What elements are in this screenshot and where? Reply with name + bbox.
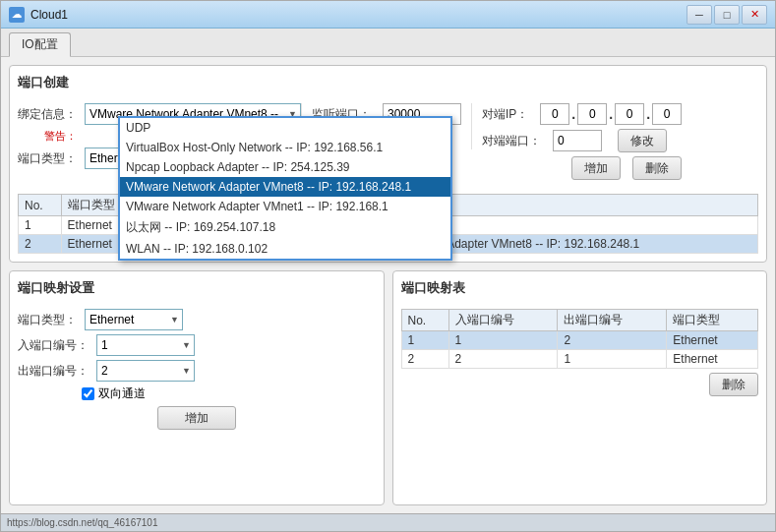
port-table: No. 端口类型 端口号 以太网 公开 绑定信息 1 Ethernet 1 87… bbox=[18, 194, 758, 254]
map-cell-in: 1 bbox=[448, 331, 558, 350]
form-left-col: 绑定信息： VMware Network Adapter VMnet8 -- I… bbox=[18, 103, 301, 173]
in-port-label: 入端口编号： bbox=[18, 337, 89, 354]
port-type-row: 端口类型： Ethernet bbox=[18, 148, 301, 169]
binding-label: 绑定信息： bbox=[18, 106, 77, 123]
mapping-type-select[interactable]: Ethernet bbox=[85, 309, 183, 330]
minimize-button[interactable]: ─ bbox=[686, 5, 712, 25]
close-button[interactable]: ✕ bbox=[742, 5, 767, 25]
col-no: No. bbox=[19, 195, 62, 216]
port-type-select-wrapper: Ethernet bbox=[85, 148, 203, 169]
map-col-no: No. bbox=[401, 310, 448, 331]
table-row[interactable]: 1 Ethernet 1 8702 Internal UDP bbox=[19, 216, 758, 235]
cell-binding: VMware Network Adapter VMnet8 -- IP: 192… bbox=[348, 235, 758, 254]
peer-port-input[interactable] bbox=[553, 130, 602, 151]
ip-octet-1[interactable] bbox=[540, 103, 569, 125]
col-binding: 绑定信息 bbox=[348, 195, 758, 216]
cell-binding: UDP bbox=[348, 216, 758, 235]
mapping-delete-btn-row: 删除 bbox=[401, 373, 759, 396]
col-eth: 以太网 bbox=[209, 195, 275, 216]
tab-bar: IO配置 bbox=[1, 29, 775, 57]
form-right-col: 对端IP： . . . 对端端口： bbox=[472, 103, 691, 184]
add-port-button[interactable]: 增加 bbox=[571, 156, 621, 180]
bidirectional-checkbox[interactable] bbox=[82, 387, 94, 400]
warning-label: 警告： bbox=[18, 129, 77, 144]
mapping-table: No. 入端口编号 出端口编号 端口类型 1 1 2 Ethernet 2 2 … bbox=[401, 309, 759, 369]
cell-port: 2 bbox=[144, 235, 209, 254]
port-type-label: 端口类型： bbox=[18, 150, 77, 167]
listen-port-input[interactable] bbox=[383, 103, 461, 125]
app-icon: ☁ bbox=[9, 7, 25, 23]
upper-form-area: 绑定信息： VMware Network Adapter VMnet8 -- I… bbox=[18, 103, 758, 184]
maximize-button[interactable]: □ bbox=[714, 5, 740, 25]
port-mapping-settings: 端口映射设置 端口类型： Ethernet 入端口编号： 1 2 bbox=[9, 270, 385, 505]
out-port-label: 出端口编号： bbox=[18, 363, 89, 380]
cell-no: 1 bbox=[19, 216, 62, 235]
ip-octet-2[interactable] bbox=[577, 103, 607, 125]
map-cell-no: 2 bbox=[401, 350, 448, 369]
mapping-table-row[interactable]: 2 2 1 Ethernet bbox=[401, 350, 758, 369]
title-bar: ☁ Cloud1 ─ □ ✕ bbox=[1, 1, 775, 29]
listen-port-label: 监听端口： bbox=[312, 106, 371, 123]
bottom-sections: 端口映射设置 端口类型： Ethernet 入端口编号： 1 2 bbox=[9, 270, 767, 505]
peer-ip-label: 对端IP： bbox=[482, 106, 528, 123]
main-content: 端口创建 绑定信息： VMware Network Adapter VMnet8… bbox=[1, 57, 775, 513]
ip-inputs: . . . bbox=[540, 103, 682, 125]
cell-pub: Internal bbox=[276, 216, 348, 235]
window-controls: ─ □ ✕ bbox=[686, 5, 767, 25]
ip-octet-4[interactable] bbox=[652, 103, 682, 125]
map-cell-no: 1 bbox=[401, 331, 448, 350]
cell-port: 1 bbox=[144, 216, 209, 235]
peer-port-row: 对端端口： 修改 bbox=[482, 129, 682, 152]
cell-eth: 8702 bbox=[209, 216, 275, 235]
tab-io-config[interactable]: IO配置 bbox=[9, 32, 71, 57]
port-creation-section: 端口创建 绑定信息： VMware Network Adapter VMnet8… bbox=[9, 65, 767, 263]
out-port-row: 出端口编号： 2 1 bbox=[18, 360, 376, 382]
map-col-type: 端口类型 bbox=[667, 310, 758, 331]
mapping-add-button[interactable]: 增加 bbox=[157, 406, 236, 430]
map-col-in: 入端口编号 bbox=[448, 310, 558, 331]
cell-type: Ethernet bbox=[61, 235, 144, 254]
in-port-row: 入端口编号： 1 2 bbox=[18, 334, 376, 356]
col-port: 端口号 bbox=[144, 195, 209, 216]
mapping-table-row[interactable]: 1 1 2 Ethernet bbox=[401, 331, 758, 350]
listen-port-row: 监听端口： bbox=[312, 103, 461, 125]
out-port-select[interactable]: 2 1 bbox=[96, 360, 195, 382]
in-port-select[interactable]: 1 2 bbox=[96, 334, 195, 356]
port-creation-title: 端口创建 bbox=[18, 74, 758, 95]
mapping-type-label: 端口类型： bbox=[18, 312, 77, 328]
add-delete-row: 增加 删除 bbox=[482, 156, 682, 180]
col-type: 端口类型 bbox=[61, 195, 144, 216]
mapping-type-row: 端口类型： Ethernet bbox=[18, 309, 376, 330]
map-cell-in: 2 bbox=[448, 350, 558, 369]
binding-select[interactable]: VMware Network Adapter VMnet8 -- IP: 192… bbox=[85, 103, 301, 125]
status-text: https://blog.csdn.net/qq_46167101 bbox=[7, 517, 157, 528]
port-type-select[interactable]: Ethernet bbox=[85, 148, 203, 169]
ip-dot-1: . bbox=[571, 106, 575, 122]
ip-dot-2: . bbox=[609, 106, 613, 122]
ip-dot-3: . bbox=[646, 106, 650, 122]
mapping-delete-button[interactable]: 删除 bbox=[709, 373, 758, 396]
peer-port-label: 对端端口： bbox=[482, 133, 541, 149]
delete-port-button[interactable]: 删除 bbox=[632, 156, 682, 180]
port-table-container: No. 端口类型 端口号 以太网 公开 绑定信息 1 Ethernet 1 87… bbox=[18, 190, 758, 254]
cell-pub: Public bbox=[276, 235, 348, 254]
col-pub: 公开 bbox=[276, 195, 348, 216]
binding-select-wrapper: VMware Network Adapter VMnet8 -- IP: 192… bbox=[85, 103, 301, 125]
map-cell-type: Ethernet bbox=[667, 350, 758, 369]
table-row[interactable]: 2 Ethernet 2 None Public VMware Network … bbox=[19, 235, 758, 254]
suggest-value: (5000) bbox=[359, 132, 390, 144]
status-bar: https://blog.csdn.net/qq_46167101 bbox=[1, 513, 775, 531]
mapping-settings-title: 端口映射设置 bbox=[18, 279, 376, 301]
cell-eth: None bbox=[209, 235, 275, 254]
ip-octet-3[interactable] bbox=[615, 103, 644, 125]
suggest-label: 建议： bbox=[312, 129, 347, 146]
cell-no: 2 bbox=[19, 235, 62, 254]
in-port-select-wrapper: 1 2 bbox=[96, 334, 195, 356]
bidirectional-row: 双向通道 bbox=[18, 385, 376, 402]
cell-type: Ethernet bbox=[61, 216, 144, 235]
warning-row: 警告： bbox=[18, 129, 301, 144]
out-port-select-wrapper: 2 1 bbox=[96, 360, 195, 382]
bidirectional-label[interactable]: 双向通道 bbox=[98, 385, 146, 402]
form-mid-col: 监听端口： 建议： (5000) bbox=[301, 103, 472, 149]
modify-button[interactable]: 修改 bbox=[618, 129, 667, 152]
